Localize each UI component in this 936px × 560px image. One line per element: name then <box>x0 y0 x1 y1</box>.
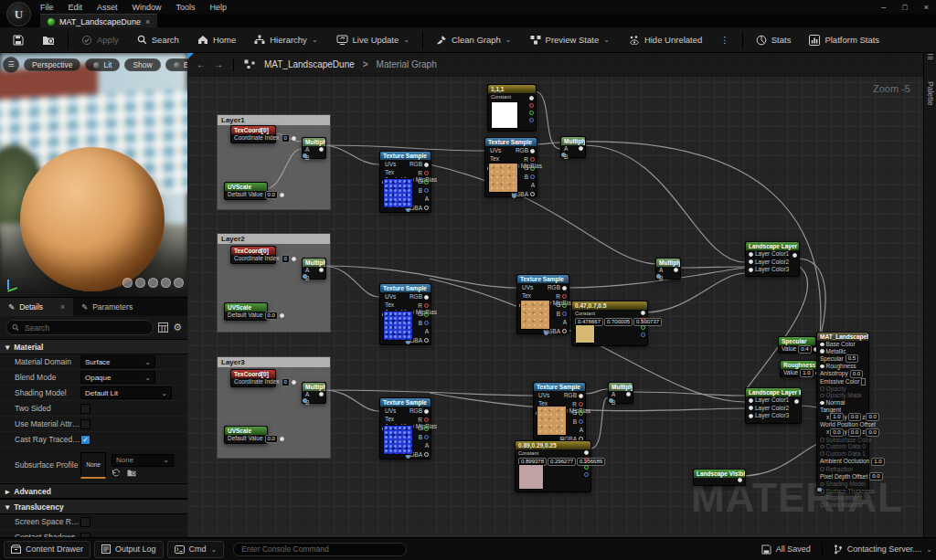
pin[interactable] <box>530 149 535 153</box>
pin[interactable] <box>656 274 661 279</box>
viewport-option-button[interactable] <box>148 278 158 288</box>
node-landscape-visibility-mask[interactable]: Landscape Visibility Mask <box>693 469 746 486</box>
clean-graph-button[interactable]: Clean Graph⌄ <box>429 30 519 50</box>
pin[interactable] <box>529 96 534 100</box>
pin[interactable] <box>562 294 567 299</box>
menu-window[interactable]: Window <box>133 3 162 12</box>
source-control-button[interactable]: Contacting Server....⌄ <box>834 544 932 555</box>
node-constant3-tan[interactable]: 0.47,0.7,0.5 Constant 0.4766670.7000050.… <box>571 301 648 346</box>
pin[interactable] <box>749 414 753 418</box>
epic-head-pill[interactable]: Epic Head <box>165 58 187 71</box>
output-log-button[interactable]: Output Log <box>94 541 164 558</box>
menu-file[interactable]: File <box>40 3 54 12</box>
section-material[interactable]: ▾Material <box>0 339 187 354</box>
palette-side-tab[interactable]: ☰ Palette <box>923 53 936 537</box>
pin[interactable] <box>749 398 753 403</box>
pin[interactable] <box>424 163 429 167</box>
hide-unrelated-button[interactable]: Hide Unrelated <box>621 30 709 50</box>
home-button[interactable]: Home <box>190 30 243 50</box>
pin[interactable] <box>749 406 753 410</box>
node-multiply-5[interactable]: Multiply A B <box>608 382 633 404</box>
pin[interactable] <box>424 435 429 439</box>
display-filter-icon[interactable] <box>158 322 168 333</box>
pin[interactable] <box>292 380 296 385</box>
tab-details[interactable]: ✎Details× <box>0 298 73 316</box>
close-button[interactable]: × <box>924 3 929 12</box>
details-search-box[interactable] <box>5 320 154 335</box>
node-material-result[interactable]: MAT_LandscapeDune Base Color Metallic Sp… <box>816 332 869 492</box>
node-landscape-layer-blend-2[interactable]: Landscape Layer Blend Layer Color1 Layer… <box>745 387 802 424</box>
node-scalar-value-1[interactable]: Specular Value0.4 <box>778 336 816 354</box>
pin[interactable] <box>641 325 645 330</box>
cmd-button[interactable]: Cmd⌄ <box>167 541 225 558</box>
preview-viewport[interactable]: ☰ Perspective Lit Show Epic Head <box>0 53 187 297</box>
save-button[interactable] <box>5 30 31 50</box>
viewport-option-button[interactable] <box>122 278 133 288</box>
pin[interactable] <box>530 166 535 171</box>
preview-state-button[interactable]: Preview State⌄ <box>523 30 617 50</box>
pin[interactable] <box>424 295 429 300</box>
pin[interactable] <box>530 174 535 179</box>
menu-edit[interactable]: Edit <box>69 3 83 12</box>
show-pill[interactable]: Show <box>124 58 160 71</box>
subsurface-profile-thumbnail[interactable]: None <box>80 452 106 479</box>
console-command-input[interactable] <box>233 543 407 556</box>
tab-close-icon[interactable]: × <box>145 17 150 26</box>
pin[interactable] <box>512 194 516 198</box>
tab-mat-landscapedune[interactable]: MAT_LandscapeDune × <box>40 14 157 28</box>
pin[interactable] <box>641 318 645 322</box>
pin[interactable] <box>820 343 824 347</box>
apply-button[interactable]: Apply <box>74 30 126 50</box>
pin[interactable] <box>579 419 583 424</box>
pin[interactable] <box>303 398 307 403</box>
pin[interactable] <box>817 488 822 492</box>
menu-help[interactable]: Help <box>210 3 228 12</box>
node-scalar-param-2[interactable]: UVScale Default Value0.0 <box>224 302 268 321</box>
all-saved-button[interactable]: All Saved <box>761 544 811 555</box>
hierarchy-button[interactable]: Hierarchy⌄ <box>247 30 324 50</box>
pin[interactable] <box>424 180 429 185</box>
node-multiply-2[interactable]: Multiply A B <box>560 136 586 158</box>
pin[interactable] <box>579 146 583 151</box>
node-multiply-1[interactable]: Multiply A B <box>302 137 326 159</box>
node-constant3-white[interactable]: 1,1,1 Constant <box>487 84 537 132</box>
pin[interactable] <box>280 437 284 441</box>
node-texture-sample-blue-2[interactable]: Texture Sample UVs Tex Apply View MipBia… <box>379 283 431 345</box>
viewport-option-button[interactable] <box>174 278 184 288</box>
pin[interactable] <box>424 321 429 325</box>
pin[interactable] <box>292 136 296 141</box>
forward-button[interactable]: → <box>214 59 223 69</box>
node-texture-sample-blue-3[interactable]: Texture Sample UVs Tex Apply View MipBia… <box>379 397 431 460</box>
shading-model-dropdown[interactable]: Default Lit⌄ <box>80 386 172 399</box>
gear-icon[interactable]: ⚙ <box>173 322 182 333</box>
pin[interactable] <box>562 286 567 291</box>
pin[interactable] <box>579 402 583 407</box>
pin[interactable] <box>820 349 824 354</box>
node-texture-sample-blue-1[interactable]: Texture Sample UVs Tex Apply View MipBia… <box>379 151 431 213</box>
pin[interactable] <box>319 268 324 272</box>
pin[interactable] <box>424 312 429 317</box>
node-scalar-param-3[interactable]: UVScale Default Value0.0 <box>224 426 268 444</box>
node-texcoord-1[interactable]: TexCoord[0] Coordinate Index0 <box>230 125 276 143</box>
node-scalar-value-2[interactable]: Roughness Value1.0 <box>780 360 818 377</box>
pin[interactable] <box>530 157 535 162</box>
pin[interactable] <box>319 147 324 152</box>
pin[interactable] <box>424 417 429 422</box>
pin[interactable] <box>424 427 429 431</box>
node-multiply-l2[interactable]: Multiply A B <box>302 258 326 280</box>
menu-asset[interactable]: Asset <box>97 3 118 12</box>
pin[interactable] <box>319 392 324 396</box>
close-icon[interactable]: × <box>60 302 65 312</box>
pin[interactable] <box>424 188 429 193</box>
minimize-button[interactable]: – <box>881 3 886 12</box>
toolbar-overflow-button[interactable]: ⋮ <box>713 30 737 50</box>
breadcrumb-asset[interactable]: MAT_LandscapeDune <box>264 59 355 69</box>
pin[interactable] <box>280 193 284 197</box>
pin[interactable] <box>292 257 296 261</box>
pin[interactable] <box>544 331 548 335</box>
pin[interactable] <box>530 192 535 196</box>
pin[interactable] <box>562 303 567 308</box>
section-translucency[interactable]: ▾Translucency <box>0 499 187 514</box>
pin[interactable] <box>641 333 645 337</box>
pin[interactable] <box>280 313 284 318</box>
